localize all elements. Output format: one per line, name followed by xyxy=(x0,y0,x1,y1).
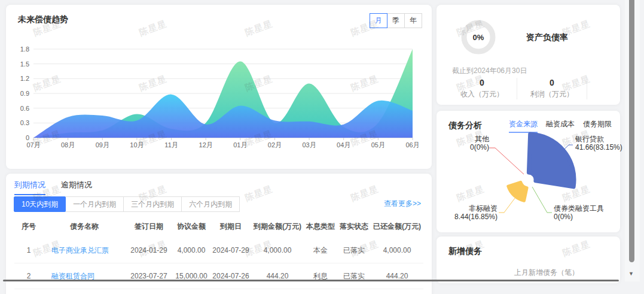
table-cell: 444.20 xyxy=(371,272,423,280)
x-axis-labels: 07月08月09月10月11月12月01月02月03月04月05月06月 xyxy=(26,141,419,148)
ratio-card: 0% 资产负债率 截止到2024年06月30日 0收入（万元）0利润（万元） xyxy=(437,5,620,105)
maturity-filter-group: 10天内到期一个月内到期三个月内到期六个月内到期 xyxy=(14,196,240,212)
table-cell: 2 xyxy=(14,272,43,280)
ratio-asof-date: 截止到2024年06月30日 xyxy=(452,66,527,76)
maturity-tab-0[interactable]: 到期情况 xyxy=(14,180,45,195)
svg-text:0.3: 0.3 xyxy=(20,119,29,126)
svg-text:1.8: 1.8 xyxy=(20,46,29,53)
period-tab-0[interactable]: 月 xyxy=(370,13,387,28)
analysis-card: 债务分析 资金来源融资成本债务期限 其他0(0%) 银行贷款41.66(83.1… xyxy=(437,111,620,232)
svg-text:07月: 07月 xyxy=(26,141,40,148)
table-header-cell: 协议金额 xyxy=(172,218,210,238)
ratio-stats: 0收入（万元）0利润（万元） xyxy=(447,78,587,99)
new-debt-card: 新增债务 上月新增债务（笔） xyxy=(437,237,620,283)
table-cell: 4,000.00 xyxy=(371,246,423,254)
maturity-card: 到期情况逾期情况 10天内到期一个月内到期三个月内到期六个月内到期 查看更多>>… xyxy=(6,174,432,294)
filter-button-3[interactable]: 六个月内到期 xyxy=(181,196,240,212)
svg-text:11月: 11月 xyxy=(164,141,178,148)
new-debt-stat-label: 上月新增债务（笔） xyxy=(514,268,579,278)
debt-name-link[interactable]: 融资租赁合同 xyxy=(51,272,94,280)
svg-text:12月: 12月 xyxy=(199,141,213,148)
pie-label-bond: 债券类融资工具0(0%) xyxy=(554,204,604,221)
filter-button-0[interactable]: 10天内到期 xyxy=(14,196,66,212)
ratio-stat-0: 0收入（万元） xyxy=(447,78,517,99)
pie-label-other: 其他0(0%) xyxy=(470,135,489,151)
svg-text:09月: 09月 xyxy=(96,141,109,148)
svg-text:01月: 01月 xyxy=(233,141,247,148)
ratio-stat-value: 0 xyxy=(517,78,587,87)
svg-text:0: 0 xyxy=(26,134,29,141)
period-tab-group: 月季年 xyxy=(370,13,422,28)
connector-other xyxy=(489,148,524,174)
table-header-cell: 签订日期 xyxy=(126,218,172,238)
table-row: 2融资租赁合同2023-07-2715,000.002024-07-26444.… xyxy=(14,263,423,289)
trend-chart: 1.81.51.20.90.60.30 07月08月09月10月11月12月01… xyxy=(14,43,423,163)
maturity-tab-group: 到期情况逾期情况 xyxy=(14,180,92,195)
pie-slice-bank[interactable] xyxy=(529,134,574,187)
svg-text:06月: 06月 xyxy=(405,141,419,148)
svg-text:10月: 10月 xyxy=(130,141,144,148)
svg-text:05月: 05月 xyxy=(371,141,385,148)
table-cell: 15,000.00 xyxy=(172,272,210,280)
filter-button-1[interactable]: 一个月内到期 xyxy=(65,196,124,212)
table-header-row: 序号债务名称签订日期协议金额到期日到期金额(万元)本息类型落实状态已还金额(万元… xyxy=(14,218,423,238)
scrollbar-down-arrow-icon[interactable]: ▼ xyxy=(628,271,634,277)
pie-label-bank: 银行贷款41.66(83.15%) xyxy=(575,135,622,151)
ratio-stat-value: 0 xyxy=(447,78,517,87)
table-row: 1电子商业承兑汇票2024-01-294,000.002024-07-294,0… xyxy=(14,238,423,263)
period-tab-1[interactable]: 季 xyxy=(387,13,405,28)
table-header-cell: 本息类型 xyxy=(304,218,337,238)
table-header-cell: 债务名称 xyxy=(43,218,126,238)
view-more-link[interactable]: 查看更多>> xyxy=(384,199,421,209)
svg-text:02月: 02月 xyxy=(268,141,282,148)
ratio-donut-value: 0% xyxy=(460,19,496,55)
vertical-scrollbar-thumb[interactable] xyxy=(629,0,634,262)
table-header-cell: 序号 xyxy=(14,218,43,238)
dashboard-stage: 未来偿债趋势 月季年 1.81.51.20.90.60.30 07月08月09月… xyxy=(0,0,644,294)
svg-text:1.2: 1.2 xyxy=(20,75,29,82)
table-header-cell: 落实状态 xyxy=(337,218,371,238)
y-axis-labels: 1.81.51.20.90.60.30 xyxy=(20,46,29,141)
connector-bond xyxy=(532,187,552,213)
svg-text:03月: 03月 xyxy=(302,141,316,148)
table-header-cell: 到期金额(万元) xyxy=(251,218,304,238)
table-cell: 4,000.00 xyxy=(251,246,304,254)
svg-text:08月: 08月 xyxy=(61,141,75,148)
debt-table: 序号债务名称签订日期协议金额到期日到期金额(万元)本息类型落实状态已还金额(万元… xyxy=(14,218,423,289)
table-cell: 本金 xyxy=(304,245,337,256)
ratio-stat-label: 收入（万元） xyxy=(447,89,517,99)
filter-button-2[interactable]: 三个月内到期 xyxy=(123,196,182,212)
table-cell: 已落实 xyxy=(337,245,371,256)
svg-text:0.6: 0.6 xyxy=(20,105,29,112)
svg-text:1.5: 1.5 xyxy=(20,60,29,68)
window-bottom-border xyxy=(3,280,619,281)
trend-card-title: 未来偿债趋势 xyxy=(18,14,68,25)
period-tab-2[interactable]: 年 xyxy=(404,13,422,28)
table-header-cell: 已还金额(万元) xyxy=(371,218,423,238)
new-debt-title: 新增债务 xyxy=(448,246,482,257)
ratio-stat-label: 利润（万元） xyxy=(517,89,587,99)
svg-text:0.9: 0.9 xyxy=(20,90,29,97)
vertical-scrollbar-track[interactable]: ▼ xyxy=(625,0,640,281)
pie-label-nonstandard: 非标融资8.44(16.85%) xyxy=(454,204,498,221)
table-cell: 2024-01-29 xyxy=(126,246,172,254)
table-cell: 电子商业承兑汇票 xyxy=(43,245,126,256)
table-cell: 1 xyxy=(14,246,43,254)
debt-name-link[interactable]: 电子商业承兑汇票 xyxy=(51,246,109,254)
table-cell: 444.20 xyxy=(251,272,304,280)
table-cell: 2024-07-26 xyxy=(210,272,251,280)
svg-text:04月: 04月 xyxy=(337,141,350,148)
ratio-title: 资产负债率 xyxy=(526,32,568,43)
table-cell: 4,000.00 xyxy=(172,246,210,254)
trend-card: 未来偿债趋势 月季年 1.81.51.20.90.60.30 07月08月09月… xyxy=(6,5,432,169)
connector-nonstandard xyxy=(499,198,515,213)
table-header-cell: 到期日 xyxy=(210,218,251,238)
ratio-stat-1: 0利润（万元） xyxy=(517,78,587,99)
pie-slice-nonstandard[interactable] xyxy=(508,182,527,201)
maturity-tab-1[interactable]: 逾期情况 xyxy=(61,180,92,195)
table-cell: 2023-07-27 xyxy=(126,272,172,280)
table-cell: 2024-07-29 xyxy=(210,246,251,254)
